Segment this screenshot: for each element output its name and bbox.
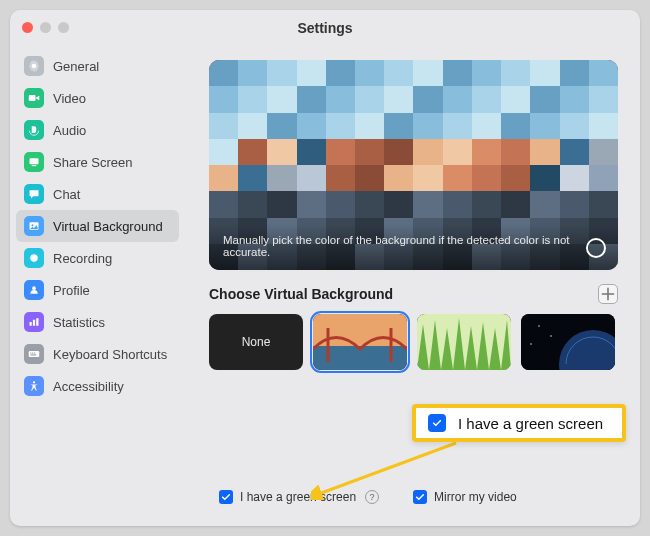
svg-rect-12 bbox=[32, 353, 33, 354]
thumb-label: None bbox=[242, 335, 271, 349]
svg-rect-11 bbox=[30, 353, 31, 354]
window-controls bbox=[22, 22, 69, 33]
svg-rect-7 bbox=[30, 322, 32, 326]
minimize-window-button[interactable] bbox=[40, 22, 51, 33]
sidebar-item-label: Keyboard Shortcuts bbox=[53, 347, 167, 362]
bg-thumb-none[interactable]: None bbox=[209, 314, 303, 370]
green-screen-label: I have a green screen bbox=[240, 490, 356, 504]
svg-point-4 bbox=[32, 224, 34, 226]
window-title: Settings bbox=[297, 20, 352, 36]
svg-rect-13 bbox=[34, 353, 35, 354]
add-background-button[interactable] bbox=[598, 284, 618, 304]
svg-rect-2 bbox=[32, 165, 37, 166]
sidebar-item-label: Profile bbox=[53, 283, 90, 298]
mirror-video-checkbox[interactable]: Mirror my video bbox=[413, 490, 517, 504]
svg-point-5 bbox=[30, 254, 38, 262]
sidebar: GeneralVideoAudioShare ScreenChatVirtual… bbox=[10, 46, 185, 526]
sidebar-item-label: Recording bbox=[53, 251, 112, 266]
sidebar-item-stats[interactable]: Statistics bbox=[16, 306, 179, 338]
audio-icon bbox=[24, 120, 44, 140]
svg-rect-8 bbox=[33, 320, 35, 326]
bg-thumb-earth[interactable] bbox=[521, 314, 615, 370]
close-window-button[interactable] bbox=[22, 22, 33, 33]
sidebar-item-label: Share Screen bbox=[53, 155, 133, 170]
background-thumbnails: None bbox=[209, 314, 618, 370]
gear-icon bbox=[24, 56, 44, 76]
svg-point-24 bbox=[550, 335, 551, 336]
checkbox-icon bbox=[219, 490, 233, 504]
bg-thumb-bridge[interactable] bbox=[313, 314, 407, 370]
share-icon bbox=[24, 152, 44, 172]
video-preview: Manually pick the color of the backgroun… bbox=[209, 60, 618, 270]
svg-point-25 bbox=[530, 343, 531, 344]
svg-rect-10 bbox=[29, 351, 40, 357]
svg-point-15 bbox=[33, 381, 35, 383]
help-icon[interactable]: ? bbox=[365, 490, 379, 504]
chat-icon bbox=[24, 184, 44, 204]
sidebar-item-label: Accessibility bbox=[53, 379, 124, 394]
titlebar: Settings bbox=[10, 10, 640, 46]
svg-rect-9 bbox=[36, 318, 38, 326]
sidebar-item-label: Video bbox=[53, 91, 86, 106]
sidebar-item-access[interactable]: Accessibility bbox=[16, 370, 179, 402]
access-icon bbox=[24, 376, 44, 396]
video-icon bbox=[24, 88, 44, 108]
main-panel: Manually pick the color of the backgroun… bbox=[185, 46, 640, 526]
sidebar-item-share[interactable]: Share Screen bbox=[16, 146, 179, 178]
sidebar-item-chat[interactable]: Chat bbox=[16, 178, 179, 210]
sidebar-item-profile[interactable]: Profile bbox=[16, 274, 179, 306]
sidebar-item-video[interactable]: Video bbox=[16, 82, 179, 114]
sidebar-item-label: Statistics bbox=[53, 315, 105, 330]
svg-rect-1 bbox=[30, 158, 39, 164]
svg-point-6 bbox=[32, 286, 36, 290]
sidebar-item-rec[interactable]: Recording bbox=[16, 242, 179, 274]
sidebar-item-audio[interactable]: Audio bbox=[16, 114, 179, 146]
sidebar-item-label: Chat bbox=[53, 187, 80, 202]
vbg-icon bbox=[24, 216, 44, 236]
sidebar-item-label: General bbox=[53, 59, 99, 74]
callout-highlight: I have a green screen bbox=[412, 404, 626, 442]
zoom-window-button[interactable] bbox=[58, 22, 69, 33]
green-screen-checkbox[interactable]: I have a green screen ? bbox=[219, 490, 379, 504]
sidebar-item-vbg[interactable]: Virtual Background bbox=[16, 210, 179, 242]
kbd-icon bbox=[24, 344, 44, 364]
svg-point-23 bbox=[538, 325, 539, 326]
checkbox-icon bbox=[413, 490, 427, 504]
stats-icon bbox=[24, 312, 44, 332]
options-row: I have a green screen ? Mirror my video bbox=[219, 490, 517, 504]
color-picker-button[interactable] bbox=[586, 238, 606, 258]
profile-icon bbox=[24, 280, 44, 300]
svg-rect-0 bbox=[29, 95, 36, 101]
preview-caption: Manually pick the color of the backgroun… bbox=[209, 224, 618, 270]
sidebar-item-gear[interactable]: General bbox=[16, 50, 179, 82]
bg-thumb-grass[interactable] bbox=[417, 314, 511, 370]
rec-icon bbox=[24, 248, 44, 268]
sidebar-item-label: Audio bbox=[53, 123, 86, 138]
sidebar-item-kbd[interactable]: Keyboard Shortcuts bbox=[16, 338, 179, 370]
callout-label: I have a green screen bbox=[458, 415, 603, 432]
svg-rect-14 bbox=[30, 354, 36, 355]
section-title: Choose Virtual Background bbox=[209, 286, 393, 302]
settings-window: Settings GeneralVideoAudioShare ScreenCh… bbox=[10, 10, 640, 526]
sidebar-item-label: Virtual Background bbox=[53, 219, 163, 234]
mirror-video-label: Mirror my video bbox=[434, 490, 517, 504]
checkbox-icon bbox=[428, 414, 446, 432]
